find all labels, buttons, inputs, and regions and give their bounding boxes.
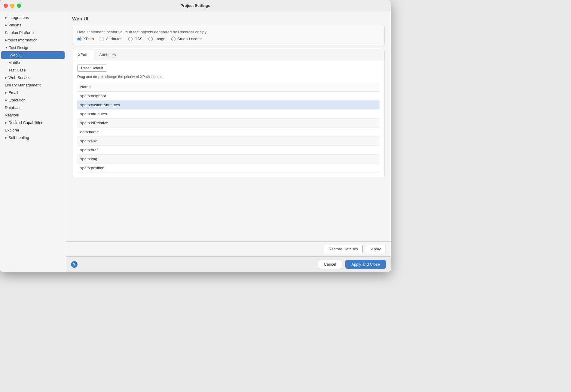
- table-cell-name: xpath:href: [77, 146, 380, 155]
- radio-css[interactable]: CSS: [128, 37, 142, 41]
- sidebar-item-label: Test Case: [8, 68, 26, 72]
- sidebar-item-katalon-platform[interactable]: Katalon Platform: [0, 29, 66, 36]
- radio-input-attributes[interactable]: [100, 37, 104, 41]
- reset-default-button[interactable]: Reset Default: [77, 65, 107, 72]
- table-row[interactable]: xpath:attributes: [77, 110, 380, 119]
- radio-label-image: Image: [154, 37, 165, 41]
- title-bar: Project Settings: [0, 0, 391, 11]
- maximize-button[interactable]: [17, 4, 21, 8]
- sidebar-item-test-design[interactable]: ▼ Test Design: [0, 44, 66, 51]
- window-title: Project Settings: [181, 3, 210, 8]
- sidebar-item-plugins[interactable]: ▶ Plugins: [0, 21, 66, 29]
- table-cell-name: xpath:idRelative: [77, 119, 380, 128]
- chevron-right-icon: ▶: [5, 23, 7, 27]
- table-row[interactable]: xpath:img: [77, 155, 380, 164]
- chevron-right-icon: ▶: [5, 91, 7, 94]
- table-row[interactable]: xpath:neighbor: [77, 92, 380, 101]
- radio-group: XPath Attributes CSS Image: [77, 37, 380, 41]
- info-box: Default element locator value of test ob…: [72, 26, 385, 45]
- table-row[interactable]: dom:name: [77, 128, 380, 137]
- sidebar-item-label: Desired Capabilities: [8, 120, 43, 125]
- radio-label-attributes: Attributes: [106, 37, 122, 41]
- sidebar-item-self-healing[interactable]: ▶ Self-healing: [0, 134, 66, 141]
- table-row[interactable]: xpath:idRelative: [77, 119, 380, 128]
- sidebar-item-mobile[interactable]: Mobile: [0, 59, 66, 66]
- table-row[interactable]: xpath:href: [77, 146, 380, 155]
- table-cell-name: xpath:neighbor: [77, 92, 380, 101]
- sidebar-item-database[interactable]: Database: [0, 104, 66, 111]
- chevron-right-icon: ▶: [5, 76, 7, 79]
- sidebar-item-test-case[interactable]: Test Case: [0, 66, 66, 74]
- close-button[interactable]: [4, 4, 8, 8]
- sidebar-item-desired-capabilities[interactable]: ▶ Desired Capabilities: [0, 119, 66, 126]
- table-row[interactable]: xpath:link: [77, 137, 380, 146]
- sidebar-item-label: Email: [8, 90, 18, 95]
- sidebar-item-label: Plugins: [8, 23, 21, 27]
- sidebar-item-explorer[interactable]: Explorer: [0, 126, 66, 134]
- sidebar-item-label: Test Design: [9, 45, 29, 50]
- radio-xpath[interactable]: XPath: [77, 37, 94, 41]
- chevron-right-icon: ▶: [5, 98, 7, 102]
- info-text: Default element locator value of test ob…: [77, 30, 206, 34]
- table-row[interactable]: xpath:customAttributes: [77, 101, 380, 110]
- chevron-right-icon: ▶: [5, 16, 7, 19]
- sidebar-item-label: Execution: [8, 98, 26, 102]
- sidebar-item-label: Library Management: [5, 83, 41, 87]
- radio-input-css[interactable]: [128, 37, 133, 41]
- chevron-right-icon: ▶: [5, 121, 7, 124]
- sidebar-item-email[interactable]: ▶ Email: [0, 89, 66, 96]
- sidebar-item-web-ui[interactable]: Web UI: [1, 51, 65, 59]
- radio-input-image[interactable]: [148, 37, 153, 41]
- sidebar-item-label: Integrations: [8, 15, 29, 20]
- radio-label-xpath: XPath: [83, 37, 94, 41]
- radio-label-css: CSS: [134, 37, 142, 41]
- table-column-name: Name: [77, 83, 380, 92]
- sidebar-item-label: Explorer: [5, 128, 19, 132]
- restore-defaults-button[interactable]: Restore Defaults: [324, 245, 363, 253]
- table-cell-name: xpath:position: [77, 164, 380, 173]
- table-row[interactable]: xpath:position: [77, 164, 380, 173]
- sidebar-item-execution[interactable]: ▶ Execution: [0, 96, 66, 104]
- tabs-header: XPath Attributes: [72, 50, 384, 60]
- minimize-button[interactable]: [10, 4, 14, 8]
- tab-xpath[interactable]: XPath: [72, 50, 94, 60]
- sidebar-item-library-management[interactable]: Library Management: [0, 81, 66, 89]
- sidebar-item-label: Web Service: [8, 75, 30, 80]
- section-title: Web UI: [72, 16, 385, 22]
- table-cell-name: dom:name: [77, 128, 380, 137]
- window-controls: [4, 4, 21, 8]
- sidebar-item-label: Mobile: [8, 60, 20, 65]
- radio-attributes[interactable]: Attributes: [100, 37, 122, 41]
- table-cell-name: xpath:attributes: [77, 110, 380, 119]
- radio-smart-locator[interactable]: Smart Locator: [171, 37, 202, 41]
- cancel-button[interactable]: Cancel: [318, 260, 342, 269]
- sidebar-item-network[interactable]: Network: [0, 111, 66, 119]
- tab-attributes[interactable]: Attributes: [94, 50, 121, 60]
- radio-label-smart-locator: Smart Locator: [177, 37, 202, 41]
- radio-image[interactable]: Image: [148, 37, 165, 41]
- chevron-down-icon: ▼: [5, 46, 8, 49]
- sidebar-item-integrations[interactable]: ▶ Integrations: [0, 14, 66, 21]
- sidebar-item-project-information[interactable]: Project Information: [0, 36, 66, 44]
- chevron-right-icon: ▶: [5, 136, 7, 139]
- sidebar-item-label: Katalon Platform: [5, 30, 34, 35]
- tab-content-xpath: Reset Default Drag and drop to change th…: [72, 60, 384, 177]
- radio-input-xpath[interactable]: [77, 37, 81, 41]
- radio-input-smart-locator[interactable]: [171, 37, 176, 41]
- footer-bar: ? Cancel Apply and Close: [66, 256, 391, 272]
- sidebar-item-web-service[interactable]: ▶ Web Service: [0, 74, 66, 81]
- bottom-action-bar: Restore Defaults Apply: [66, 241, 391, 256]
- help-icon[interactable]: ?: [71, 261, 78, 268]
- table-cell-name: xpath:img: [77, 155, 380, 164]
- sidebar-item-label: Network: [5, 113, 19, 117]
- locator-table: Name xpath:neighborxpath:customAttribute…: [77, 83, 380, 173]
- table-cell-name: xpath:link: [77, 137, 380, 146]
- sidebar-item-label: Project Information: [5, 38, 38, 42]
- apply-close-button[interactable]: Apply and Close: [345, 260, 386, 269]
- tabs-container: XPath Attributes Reset Default Drag and …: [72, 50, 385, 177]
- sidebar-item-label: Database: [5, 105, 22, 110]
- apply-button[interactable]: Apply: [366, 245, 386, 253]
- table-cell-name: xpath:customAttributes: [77, 101, 380, 110]
- main-container: ▶ Integrations ▶ Plugins Katalon Platfor…: [0, 11, 391, 272]
- content-panel: Web UI Default element locator value of …: [66, 11, 391, 241]
